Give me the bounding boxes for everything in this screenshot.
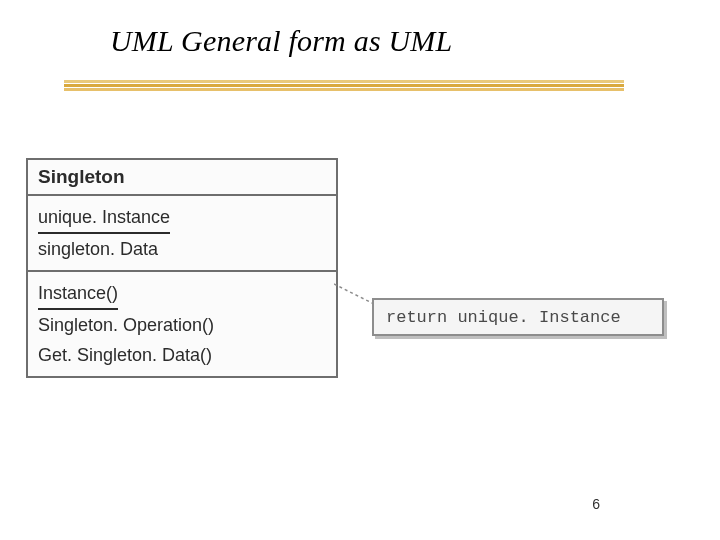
uml-attribute: singleton. Data (38, 234, 326, 264)
uml-operation: Get. Singleton. Data() (38, 340, 326, 370)
uml-note: return unique. Instance (372, 298, 664, 336)
uml-name-compartment: Singleton (28, 160, 336, 196)
uml-attribute-static: unique. Instance (38, 202, 170, 234)
slide: UML General form as UML Singleton unique… (0, 0, 720, 540)
slide-title: UML General form as UML (110, 24, 452, 58)
uml-operations-compartment: Instance() Singleton. Operation() Get. S… (28, 272, 336, 376)
uml-operation: Instance() (38, 278, 326, 310)
uml-operation-label: Get. Singleton. Data() (38, 345, 212, 365)
uml-attributes-compartment: unique. Instance singleton. Data (28, 196, 336, 272)
page-number: 6 (592, 496, 600, 512)
uml-note-text: return unique. Instance (386, 308, 621, 327)
uml-operation-label: Singleton. Operation() (38, 315, 214, 335)
uml-attribute: unique. Instance (38, 202, 326, 234)
uml-attribute-label: singleton. Data (38, 239, 158, 259)
uml-operation: Singleton. Operation() (38, 310, 326, 340)
uml-class-box: Singleton unique. Instance singleton. Da… (26, 158, 338, 378)
title-underline (64, 80, 624, 96)
uml-operation-static: Instance() (38, 278, 118, 310)
uml-class-name: Singleton (38, 166, 125, 187)
